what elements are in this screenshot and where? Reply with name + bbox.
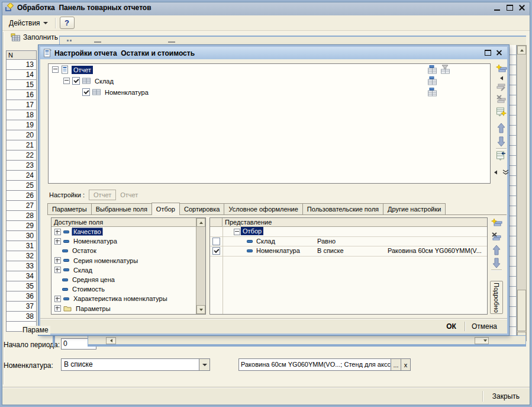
add-button[interactable] <box>496 65 507 75</box>
available-field-row[interactable]: Параметры <box>51 304 196 313</box>
close-window-button[interactable]: Закрыть <box>489 391 523 402</box>
available-field-row[interactable]: Качество <box>51 227 196 236</box>
table-column-header[interactable]: N <box>6 50 37 60</box>
tree-expander-icon[interactable] <box>54 296 61 302</box>
filter-row[interactable]: НоменклатураВ спискеРаковина 60см YG060Y… <box>210 246 487 257</box>
available-field-row[interactable]: Серия номенклатуры <box>51 256 196 265</box>
modify-button[interactable] <box>496 107 507 117</box>
tree-checkbox[interactable] <box>82 88 90 96</box>
tab-отбор[interactable]: Отбор <box>151 203 180 215</box>
minimize-icon[interactable] <box>492 4 502 12</box>
field-label[interactable]: Номенклатура <box>72 237 119 245</box>
tab-параметры[interactable]: Параметры <box>47 203 92 214</box>
field-label[interactable]: Характеристика номенклатуры <box>72 294 169 303</box>
settings-button[interactable] <box>496 151 507 161</box>
available-field-row[interactable]: Склад <box>51 265 196 275</box>
filter-use-checkbox[interactable] <box>212 247 220 255</box>
settings-report-button[interactable]: Отчет <box>89 190 116 200</box>
scroll-down-button[interactable] <box>196 305 205 314</box>
table-row[interactable]: 27 <box>6 200 37 211</box>
help-button[interactable]: ? <box>60 17 75 29</box>
table-row[interactable]: 25 <box>6 180 37 191</box>
field-label[interactable]: Серия номенклатуры <box>72 257 140 265</box>
tree-expander-icon[interactable] <box>54 257 61 264</box>
tree-item-label[interactable]: Склад <box>93 77 115 85</box>
tree-expander-icon[interactable] <box>63 78 70 84</box>
table-row[interactable]: 14 <box>6 69 37 80</box>
scroll-left-button[interactable] <box>106 337 116 344</box>
table-row[interactable]: 16 <box>6 89 37 100</box>
table-row[interactable]: 36 <box>6 291 37 302</box>
parameters-tab-label[interactable]: Параме <box>22 326 50 335</box>
tree-expander-icon[interactable] <box>54 305 61 312</box>
available-field-row[interactable]: Остаток <box>51 246 196 255</box>
nomenclature-clear-button[interactable]: x <box>401 358 411 371</box>
table-row[interactable]: 38 <box>6 311 37 322</box>
move-up-button[interactable] <box>497 123 505 134</box>
available-field-row[interactable]: Характеристика номенклатуры <box>51 294 196 303</box>
combo-dropdown-button[interactable] <box>199 359 209 370</box>
close-icon[interactable] <box>517 4 527 12</box>
filter-field-name[interactable]: Склад <box>256 238 275 245</box>
nomenclature-condition-combo[interactable]: В списке <box>61 358 210 371</box>
nomenclature-more-button[interactable]: ... <box>391 358 401 371</box>
tree-expander-icon[interactable] <box>54 238 61 245</box>
filter-root-row[interactable]: Отбор <box>210 227 487 237</box>
table-row[interactable]: 34 <box>6 271 37 281</box>
scroll-up-button[interactable] <box>196 218 205 227</box>
table-row[interactable]: 24 <box>6 170 37 181</box>
table-row[interactable]: 22 <box>6 150 37 161</box>
tree-checkbox[interactable] <box>72 77 80 85</box>
table-row[interactable]: 32 <box>6 251 37 261</box>
filter-row[interactable]: СкладРавно <box>210 237 487 247</box>
structure-tree-row[interactable]: Номенклатура <box>49 86 490 98</box>
table-row[interactable]: 23 <box>6 160 37 171</box>
add-filter-button[interactable] <box>491 219 502 229</box>
ok-button[interactable]: ОК <box>439 321 463 332</box>
dialog-maximize-icon[interactable] <box>483 49 492 57</box>
available-field-row[interactable]: Стоимость <box>51 284 196 294</box>
table-row[interactable]: 33 <box>6 261 37 271</box>
table-row[interactable]: 20 <box>6 130 37 140</box>
dropdown-arrow-icon[interactable] <box>499 76 504 81</box>
tree-expander-icon[interactable] <box>52 66 59 73</box>
filter-field-name[interactable]: Номенклатура <box>256 247 300 254</box>
table-row[interactable]: 13 <box>6 59 37 70</box>
collapse-left-icon[interactable] <box>494 170 498 175</box>
tree-expander-icon[interactable] <box>54 267 61 273</box>
tree-item-label[interactable]: Отчет <box>72 66 93 74</box>
move-up-button[interactable] <box>492 245 501 256</box>
nomenclature-value-field[interactable]: Раковина 60см YG060YMM(VO...; Стенд для … <box>238 358 391 371</box>
scrollbar-thumb[interactable] <box>517 290 526 331</box>
filter-use-checkbox[interactable] <box>212 238 220 245</box>
cancel-button[interactable]: Отмена <box>466 321 502 332</box>
delete-button[interactable] <box>496 95 507 104</box>
field-label[interactable]: Стоимость <box>70 285 107 293</box>
table-row[interactable]: 31 <box>6 241 37 251</box>
tab-выбранные-поля[interactable]: Выбранные поля <box>91 203 152 214</box>
field-label[interactable]: Склад <box>72 266 94 274</box>
delete-filter-button[interactable] <box>491 232 502 241</box>
filter-value[interactable]: Раковина 60см YG060YMM(V... <box>388 247 486 254</box>
table-row[interactable]: 37 <box>6 301 37 312</box>
vertical-scrollbar[interactable] <box>517 45 527 341</box>
table-row[interactable]: 28 <box>6 210 37 221</box>
tree-expander-icon[interactable] <box>234 229 240 235</box>
available-field-row[interactable]: Номенклатура <box>51 236 196 246</box>
table-row[interactable]: 26 <box>6 190 37 201</box>
field-label[interactable]: Остаток <box>70 246 98 255</box>
available-field-row[interactable]: Средняя цена <box>51 275 196 284</box>
field-label[interactable]: Параметры <box>74 305 112 313</box>
field-label[interactable]: Средняя цена <box>70 275 117 284</box>
detail-button[interactable]: Подробно <box>490 281 503 314</box>
table-row[interactable]: 15 <box>6 79 37 90</box>
table-row[interactable]: 18 <box>6 110 37 120</box>
tree-expander-icon[interactable] <box>54 229 61 235</box>
table-row[interactable]: 19 <box>6 120 37 130</box>
tree-item-label[interactable]: Номенклатура <box>103 88 150 97</box>
table-row[interactable]: 17 <box>6 100 37 110</box>
dialog-close-icon[interactable] <box>495 49 504 57</box>
move-down-button[interactable] <box>492 257 501 268</box>
tab-условное-оформление[interactable]: Условное оформление <box>224 203 302 214</box>
actions-menu-button[interactable]: Действия <box>6 18 51 28</box>
